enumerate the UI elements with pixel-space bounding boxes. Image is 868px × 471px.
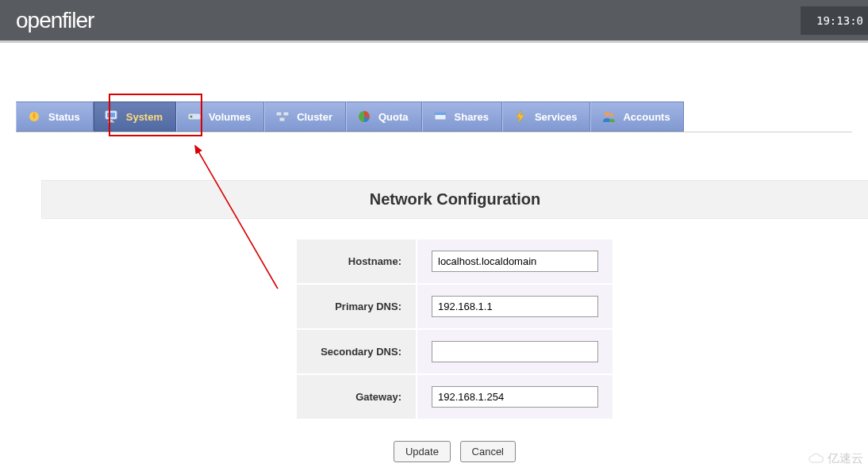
svg-point-6 [190, 116, 192, 118]
tab-accounts[interactable]: Accounts [590, 101, 683, 132]
tab-label: Accounts [623, 111, 670, 123]
monitor-icon [104, 109, 120, 124]
cluster-icon [275, 109, 290, 124]
primary-dns-input[interactable] [432, 296, 598, 317]
tab-label: Shares [455, 111, 489, 123]
svg-rect-9 [279, 117, 285, 121]
tab-label: Volumes [209, 111, 251, 123]
lightning-icon [513, 109, 528, 124]
gateway-label: Gateway: [297, 375, 416, 419]
tab-shares[interactable]: Shares [422, 101, 502, 132]
svg-rect-3 [109, 120, 113, 121]
svg-point-13 [605, 112, 609, 117]
tab-label: Status [48, 111, 80, 123]
tab-label: System [126, 111, 163, 123]
tab-system[interactable]: System [94, 101, 176, 132]
svg-rect-12 [435, 113, 446, 115]
svg-rect-8 [283, 112, 289, 116]
secondary-dns-input[interactable] [432, 341, 598, 362]
secondary-dns-cell [417, 330, 613, 373]
secondary-dns-label: Secondary DNS: [297, 330, 416, 373]
watermark-text: 亿速云 [828, 451, 863, 466]
gateway-cell [417, 375, 613, 419]
panel-title: Network Configuration [41, 180, 868, 219]
tab-volumes[interactable]: Volumes [176, 101, 264, 132]
hostname-label: Hostname: [297, 239, 416, 283]
shares-icon [432, 109, 448, 124]
hostname-cell [417, 239, 613, 283]
tab-quota[interactable]: Quota [346, 101, 422, 132]
content-area: Network Configuration Hostname: Primary … [41, 180, 868, 462]
pie-chart-icon [356, 109, 372, 124]
tab-label: Quota [378, 111, 409, 123]
svg-rect-5 [188, 113, 201, 120]
hostname-input[interactable] [432, 251, 598, 272]
nav-tabs: Status System Volumes Cluster Quota [16, 101, 852, 132]
disk-icon [186, 109, 202, 124]
cancel-button[interactable]: Cancel [460, 441, 516, 462]
header-bar: openfiler 19:13:0 [0, 0, 868, 43]
tab-services[interactable]: Services [502, 101, 591, 132]
header-clock: 19:13:0 [801, 6, 868, 35]
tab-cluster[interactable]: Cluster [264, 101, 346, 132]
svg-rect-2 [107, 113, 115, 117]
primary-dns-label: Primary DNS: [297, 285, 416, 328]
tab-status[interactable]: Status [16, 101, 94, 132]
status-icon [26, 109, 42, 124]
svg-rect-4 [108, 121, 114, 123]
watermark: 亿速云 [808, 451, 863, 466]
network-config-form: Hostname: Primary DNS: Secondary DNS: Ga… [295, 238, 614, 420]
svg-rect-7 [276, 112, 282, 116]
update-button[interactable]: Update [394, 441, 451, 462]
gateway-input[interactable] [432, 386, 598, 408]
tab-label: Cluster [297, 111, 332, 123]
nav-tabs-container: Status System Volumes Cluster Quota [0, 101, 868, 132]
svg-point-14 [610, 113, 614, 117]
primary-dns-cell [417, 285, 613, 328]
form-buttons: Update Cancel [41, 441, 868, 462]
app-logo: openfiler [0, 8, 94, 33]
tab-label: Services [535, 111, 578, 123]
users-icon [601, 109, 616, 124]
